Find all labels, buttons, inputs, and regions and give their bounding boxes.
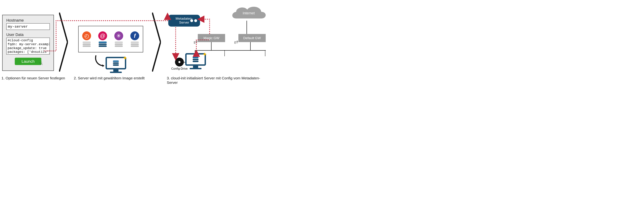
default-gateway-box: Default GW ⇄	[238, 34, 266, 42]
server-options-form: Hostname User Data Launch ☟	[2, 15, 54, 71]
centos-logo-icon: ✳	[114, 31, 123, 40]
os-images-box: ◴ @ ✳ f	[78, 26, 143, 52]
disk-icon	[99, 42, 107, 47]
hostname-label: Hostname	[6, 18, 50, 22]
caption-step-1: 1. Optionen für neuen Server festlegen	[2, 76, 65, 80]
metadata-server-box: Metadaten- Server	[168, 15, 200, 26]
chevron-separator	[152, 12, 161, 72]
svg-marker-0	[102, 64, 104, 67]
internet-cloud-icon: Internet	[230, 4, 268, 23]
network-line	[195, 50, 266, 51]
sparkle-icon: ✦	[202, 51, 207, 58]
launch-button[interactable]: Launch ☟	[15, 58, 41, 65]
bidirectional-arrows-icon: ⇄	[194, 39, 198, 45]
network-line-dashed	[224, 50, 225, 56]
magic-gateway-box: Magic GW ⇄	[198, 34, 225, 42]
ubuntu-logo-icon: ◴	[82, 31, 91, 40]
network-line-dashed	[265, 50, 266, 56]
fedora-logo-icon: f	[130, 31, 139, 40]
bidirectional-arrows-icon: ⇄	[234, 39, 238, 45]
server-monitor-icon: ✦	[106, 57, 126, 74]
caption-step-3: 3. cloud-init initialisiert Server mit C…	[167, 76, 268, 84]
disk-icon	[131, 42, 139, 47]
cursor-hand-icon: ☟	[39, 60, 44, 67]
disk-icon	[82, 42, 91, 47]
disk-icon	[114, 42, 123, 47]
server-monitor-icon: ✦	[185, 53, 206, 69]
internet-label: Internet	[230, 11, 268, 15]
debian-logo-icon: @	[98, 31, 107, 40]
network-line	[250, 42, 251, 50]
network-line	[211, 42, 212, 50]
curved-arrow-icon	[94, 54, 106, 67]
caption-step-2: 2. Server wird mit gewähltem Image erste…	[74, 76, 144, 80]
userdata-label: User Data	[6, 32, 50, 37]
sparkle-icon: ✦	[122, 55, 127, 62]
launch-button-label: Launch	[22, 59, 34, 64]
userdata-textarea[interactable]	[6, 38, 50, 54]
chevron-separator	[59, 12, 68, 72]
network-line	[246, 21, 247, 34]
network-diagram: Internet Metadaten- Server Magic GW ⇄ De…	[168, 4, 266, 72]
hostname-input[interactable]	[6, 23, 50, 30]
